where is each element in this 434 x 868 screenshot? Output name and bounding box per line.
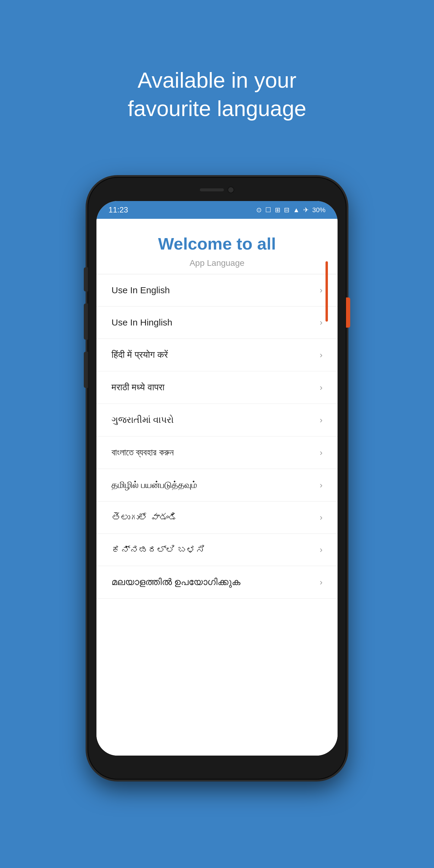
chevron-icon-bengali: › bbox=[320, 448, 322, 458]
language-item-gujarati[interactable]: ગુજરાતીમાં વાપરો › bbox=[96, 404, 338, 436]
side-button-right bbox=[346, 298, 350, 328]
hero-title-line2: favourite language bbox=[128, 96, 306, 121]
phone-screen: 11:23 ⊙ ☐ ⊞ ⊟ ▲ ✈ 30% Welcome to all App… bbox=[96, 201, 338, 755]
language-label-english: Use In English bbox=[112, 285, 170, 296]
chevron-icon-hindi: › bbox=[320, 350, 322, 360]
side-button-left-2 bbox=[84, 304, 88, 340]
language-item-tamil[interactable]: தமிழில் பயன்படுத்தவும் › bbox=[96, 469, 338, 501]
phone-mockup: 11:23 ⊙ ☐ ⊞ ⊟ ▲ ✈ 30% Welcome to all App… bbox=[87, 177, 347, 780]
language-label-bengali: বাংলাতে ব্যবহার করুন bbox=[112, 447, 174, 458]
status-time: 11:23 bbox=[108, 205, 128, 215]
phone-notch bbox=[190, 185, 244, 194]
chevron-icon-malayalam: › bbox=[320, 578, 322, 587]
language-item-bengali[interactable]: বাংলাতে ব্যবহার করুন › bbox=[96, 436, 338, 469]
wifi-icon: ⊙ bbox=[256, 206, 261, 214]
side-button-left-1 bbox=[84, 267, 88, 291]
hero-section: Available in your favourite language bbox=[98, 66, 336, 123]
language-label-marathi: मराठी मध्ये वापरा bbox=[112, 382, 164, 393]
language-label-hindi: हिंदी में प्रयोग करें bbox=[112, 350, 168, 360]
chevron-icon-tamil: › bbox=[320, 480, 322, 490]
side-button-left-3 bbox=[84, 352, 88, 388]
signal-icon: ▲ bbox=[293, 206, 300, 214]
language-list: Use In English › Use In Hinglish › हिंदी… bbox=[96, 274, 338, 755]
image-icon: ⊟ bbox=[284, 206, 289, 214]
status-icons: ⊙ ☐ ⊞ ⊟ ▲ ✈ 30% bbox=[256, 206, 326, 214]
language-item-malayalam[interactable]: മലയാളത്തിൽ ഉപയോഗിക്കുക › bbox=[96, 566, 338, 598]
chevron-icon-kannada: › bbox=[320, 545, 322, 555]
language-label-tamil: தமிழில் பயன்படுத்தவும் bbox=[112, 480, 197, 490]
app-header: Welcome to all App Language bbox=[96, 219, 338, 274]
language-item-hindi[interactable]: हिंदी में प्रयोग करें › bbox=[96, 339, 338, 371]
chevron-icon-gujarati: › bbox=[320, 415, 322, 425]
chevron-icon-english: › bbox=[320, 285, 322, 295]
app-content: Welcome to all App Language Use In Engli… bbox=[96, 219, 338, 755]
language-item-marathi[interactable]: मराठी मध्ये वापरा › bbox=[96, 371, 338, 404]
chevron-icon-hinglish: › bbox=[320, 318, 322, 327]
language-item-english[interactable]: Use In English › bbox=[96, 274, 338, 307]
language-label-hinglish: Use In Hinglish bbox=[112, 317, 173, 328]
status-bar: 11:23 ⊙ ☐ ⊞ ⊟ ▲ ✈ 30% bbox=[96, 201, 338, 219]
hero-title: Available in your bbox=[137, 68, 296, 92]
app-subtitle: App Language bbox=[108, 258, 326, 268]
camera-dot bbox=[227, 187, 234, 193]
chevron-icon-telugu: › bbox=[320, 513, 322, 522]
language-label-telugu: తెలుగులో వాడండి bbox=[112, 513, 178, 523]
battery-text: 30% bbox=[312, 206, 326, 214]
scroll-indicator bbox=[326, 261, 328, 321]
chevron-icon-marathi: › bbox=[320, 383, 322, 393]
language-label-malayalam: മലയാളത്തിൽ ഉപയോഗിക്കുക bbox=[112, 577, 241, 587]
sim-icon: ⊞ bbox=[275, 206, 280, 214]
language-label-kannada: ಕನ್ನಡದಲ್ಲಿ ಬಳಸಿ bbox=[112, 545, 205, 555]
language-item-hinglish[interactable]: Use In Hinglish › bbox=[96, 307, 338, 339]
speaker-bar bbox=[200, 188, 224, 191]
language-label-gujarati: ગુજરાતીમાં વાપરો bbox=[112, 415, 174, 425]
language-item-telugu[interactable]: తెలుగులో వాడండి › bbox=[96, 501, 338, 534]
language-item-kannada[interactable]: ಕನ್ನಡದಲ್ಲಿ ಬಳಸಿ › bbox=[96, 534, 338, 566]
airplane-icon: ✈ bbox=[303, 206, 309, 214]
calendar-icon: ☐ bbox=[265, 206, 271, 214]
app-title: Welcome to all bbox=[108, 234, 326, 253]
